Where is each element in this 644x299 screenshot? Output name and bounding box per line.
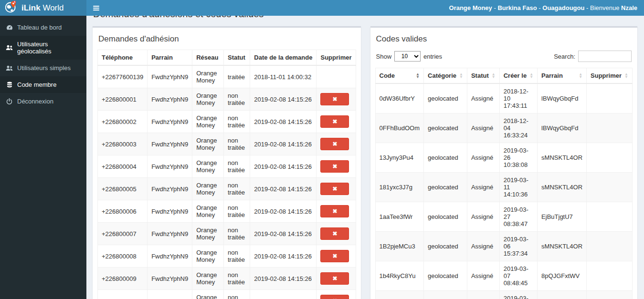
brand-logo[interactable]: $ iLink World bbox=[0, 0, 86, 16]
statut-cell: Assigné bbox=[467, 143, 499, 173]
close-icon: ✖ bbox=[332, 163, 337, 170]
table-row: 0dW36UfbrY geolocated Assigné 2018-12-10… bbox=[375, 83, 633, 113]
cree-le-cell: 2018-12-04 16:33:24 bbox=[499, 113, 537, 143]
categorie-cell: geolocated bbox=[424, 202, 467, 232]
phone-cell: +226800001 bbox=[98, 88, 148, 111]
supprimer-cell bbox=[587, 261, 633, 291]
table-row: 1aaTee3fWr geolocated Assigné 2019-03-27… bbox=[375, 202, 633, 232]
delete-button[interactable]: ✖ bbox=[320, 115, 349, 128]
close-icon: ✖ bbox=[332, 186, 337, 192]
reseau-cell: Orange Money bbox=[192, 178, 224, 200]
statut-cell: Assigné bbox=[467, 83, 499, 113]
database-icon bbox=[6, 82, 13, 88]
date-cell: 2019-02-08 14:15:26 bbox=[250, 290, 317, 299]
sidebar-nav: Tableau de bord Utilisateurs géolocalisé… bbox=[0, 16, 86, 299]
codes-panel: Codes valides Show 10 entries Search: bbox=[370, 26, 638, 299]
delete-button[interactable]: ✖ bbox=[320, 295, 349, 299]
sort-icon: ▲▼ bbox=[624, 73, 628, 79]
page-length-select[interactable]: 10 bbox=[394, 51, 421, 62]
categorie-cell: geolocated bbox=[424, 143, 467, 173]
parrain-cell: FwdhzYphN9 bbox=[148, 65, 192, 88]
cree-le-cell: 2019-03-11 14:10:36 bbox=[499, 173, 537, 202]
date-cell: 2019-02-08 14:15:26 bbox=[250, 245, 317, 268]
parrain-cell: lBWqyGbqFd bbox=[538, 113, 587, 143]
supprimer-cell bbox=[587, 113, 633, 143]
table-row: 181yxc3J7g geolocated Assigné 2019-03-11… bbox=[375, 173, 633, 202]
requests-column-header: Statut bbox=[223, 50, 250, 66]
user-context-segment: Bienvenue bbox=[590, 4, 621, 11]
parrain-cell: 8pQJGFxtWV bbox=[538, 261, 587, 291]
supprimer-cell: ✖ bbox=[317, 111, 356, 133]
app-title: iLink World bbox=[21, 3, 63, 13]
sort-icon: ▲▼ bbox=[416, 73, 420, 79]
delete-button[interactable]: ✖ bbox=[320, 93, 349, 105]
code-cell: 1b4RkyC8Yu bbox=[375, 261, 424, 291]
parrain-cell: FwdhzYphN9 bbox=[148, 178, 192, 200]
close-icon: ✖ bbox=[332, 253, 337, 259]
phone-cell: +226800003 bbox=[98, 133, 148, 155]
supprimer-cell: ✖ bbox=[317, 290, 356, 299]
categorie-cell: geolocated bbox=[424, 261, 467, 291]
table-row: +226800003 FwdhzYphN9 Orange Money non t… bbox=[98, 133, 356, 155]
codes-column-header[interactable]: Créer le ▲▼ bbox=[499, 68, 537, 84]
table-row: +226800008 FwdhzYphN9 Orange Money non t… bbox=[98, 245, 356, 268]
statut-cell: Assigné bbox=[467, 173, 499, 202]
dashboard-icon bbox=[6, 24, 13, 31]
phone-cell: +226800002 bbox=[98, 111, 148, 133]
requests-column-header: Réseau bbox=[192, 50, 224, 66]
codes-column-header[interactable]: Supprimer ▲▼ bbox=[587, 68, 633, 84]
sidebar-item[interactable]: Code membre bbox=[0, 76, 86, 93]
delete-button[interactable]: ✖ bbox=[320, 227, 349, 240]
close-icon: ✖ bbox=[332, 275, 337, 282]
categorie-cell: geolocated bbox=[424, 83, 467, 113]
codes-header-row: Code ▲▼ Catégorie ▲▼ bbox=[375, 68, 633, 84]
parrain-cell: FwdhzYphN9 bbox=[148, 268, 192, 290]
sidebar-toggle-icon[interactable] bbox=[86, 0, 106, 16]
table-row: +226800005 FwdhzYphN9 Orange Money non t… bbox=[98, 178, 356, 200]
statut-cell: Assigné bbox=[467, 113, 499, 143]
date-cell: 2019-02-08 14:15:26 bbox=[250, 178, 317, 200]
phone-cell: +226800008 bbox=[98, 245, 148, 268]
codes-table: Code ▲▼ Catégorie ▲▼ bbox=[375, 68, 633, 299]
top-bar: $ iLink World Orange Money - Burkina Fas… bbox=[0, 0, 644, 16]
delete-button[interactable]: ✖ bbox=[320, 205, 349, 217]
categorie-cell: geolocated bbox=[424, 113, 467, 143]
sidebar-item[interactable]: Utilisateurs simples bbox=[0, 60, 86, 76]
parrain-cell: EjBuTjgtU7 bbox=[538, 202, 587, 232]
sidebar-item[interactable]: Tableau de bord bbox=[0, 19, 86, 36]
user-context-segment: Nzale bbox=[621, 4, 637, 11]
sidebar-item-label: Tableau de bord bbox=[17, 24, 62, 31]
parrain-cell: sMNSKTL4OR bbox=[538, 173, 587, 202]
delete-button[interactable]: ✖ bbox=[320, 160, 349, 173]
statut-cell: non traitée bbox=[223, 268, 250, 290]
code-cell: 1c7sUG9dUk bbox=[375, 291, 424, 299]
delete-button[interactable]: ✖ bbox=[320, 272, 349, 285]
reseau-cell: Orange Money bbox=[192, 88, 224, 111]
requests-column-header: Parrain bbox=[148, 50, 192, 66]
phone-cell: +22677600139 bbox=[98, 65, 148, 88]
delete-button[interactable]: ✖ bbox=[320, 138, 349, 150]
phone-cell: +226800009 bbox=[98, 268, 148, 290]
statut-cell: non traitée bbox=[223, 155, 250, 178]
parrain-cell: FwdhzYphN9 bbox=[148, 88, 192, 111]
parrain-cell: FwdhzYphN9 bbox=[148, 200, 192, 223]
codes-column-header[interactable]: Parrain ▲▼ bbox=[538, 68, 587, 84]
delete-button[interactable]: ✖ bbox=[320, 250, 349, 262]
supprimer-cell: ✖ bbox=[317, 268, 356, 290]
sidebar-item[interactable]: Déconnexion bbox=[0, 93, 86, 110]
delete-button[interactable]: ✖ bbox=[320, 183, 349, 195]
reseau-cell: Orange Money bbox=[192, 65, 224, 88]
codes-column-header[interactable]: Statut ▲▼ bbox=[467, 68, 499, 84]
search-label: Search: bbox=[554, 53, 575, 60]
statut-cell: non traitée bbox=[223, 133, 250, 155]
date-cell: 2019-02-08 14:15:26 bbox=[250, 268, 317, 290]
codes-column-header[interactable]: Code ▲▼ bbox=[375, 68, 424, 84]
parrain-cell: FwdhzYphN9 bbox=[148, 155, 192, 178]
statut-cell: Assigné bbox=[467, 291, 499, 299]
code-cell: 1aaTee3fWr bbox=[375, 202, 424, 232]
search-input[interactable] bbox=[578, 51, 632, 62]
close-icon: ✖ bbox=[332, 141, 337, 147]
codes-column-header[interactable]: Catégorie ▲▼ bbox=[424, 68, 467, 84]
sidebar-item[interactable]: Utilisateurs géolocalisés bbox=[0, 36, 86, 60]
parrain-cell: sMNSKTL4OR bbox=[538, 291, 587, 299]
